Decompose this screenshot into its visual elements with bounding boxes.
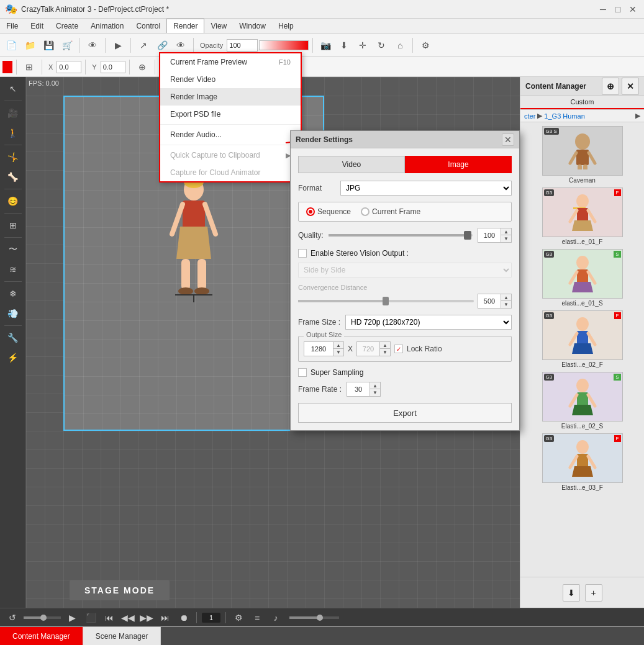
tab-content-manager[interactable]: Content Manager: [0, 627, 83, 645]
list-item[interactable]: G3 S Caveman: [523, 125, 642, 185]
tool-particle[interactable]: ❄: [2, 284, 24, 303]
frame-size-select[interactable]: HD 720p (1280x720) HD 1080p (1920x1080) …: [345, 315, 512, 330]
dialog-close-button[interactable]: ✕: [502, 133, 514, 146]
music-icon[interactable]: ♪: [268, 610, 283, 625]
dialog-tab-video[interactable]: Video: [298, 156, 405, 173]
tool-layer[interactable]: ⊞: [2, 216, 24, 235]
step-fwd[interactable]: ▶▶: [139, 610, 154, 625]
width-up[interactable]: ▲: [333, 342, 343, 349]
width-value[interactable]: 1280: [304, 342, 333, 356]
grid-btn[interactable]: ⊞: [20, 58, 38, 76]
lock-ratio-checkbox[interactable]: [394, 345, 403, 353]
tool-face[interactable]: 😊: [2, 192, 24, 210]
quality-thumb[interactable]: [464, 231, 471, 240]
tool-bone[interactable]: 🦴: [2, 168, 24, 186]
list-item[interactable]: G3 F elasti...e_01_F: [523, 186, 642, 246]
next-key[interactable]: ⏭: [158, 610, 173, 625]
camera-btn[interactable]: 📷: [317, 37, 334, 54]
refresh-btn[interactable]: ↻: [373, 37, 390, 54]
format-select[interactable]: JPG PNG BMP TGA: [340, 181, 512, 196]
tool-wind[interactable]: 💨: [2, 304, 24, 323]
record-btn[interactable]: ⏺: [176, 610, 191, 625]
move-btn[interactable]: ✛: [354, 37, 371, 54]
save-btn[interactable]: 💾: [40, 37, 57, 54]
quality-up[interactable]: ▲: [501, 228, 511, 235]
radio-sequence-btn[interactable]: [306, 207, 315, 216]
tool-fluid[interactable]: ≋: [2, 260, 24, 279]
settings-btn[interactable]: ⚙: [417, 37, 434, 54]
timeline-slider-left[interactable]: [24, 616, 61, 619]
tool-select[interactable]: ↖: [2, 79, 24, 98]
tab-custom[interactable]: Custom: [520, 96, 644, 109]
breadcrumb-cter[interactable]: cter: [524, 112, 535, 120]
play-btn[interactable]: ▶: [65, 610, 79, 625]
height-down[interactable]: ▼: [380, 349, 390, 356]
stereo-checkbox[interactable]: [298, 249, 307, 258]
breadcrumb-menu[interactable]: ▶: [635, 112, 640, 120]
step-back[interactable]: ◀◀: [120, 610, 135, 625]
frame-rate-up[interactable]: ▲: [370, 382, 380, 389]
frame-rate-down[interactable]: ▼: [370, 389, 380, 396]
menu-animation[interactable]: Animation: [84, 19, 130, 33]
content-manager-expand[interactable]: ⊕: [602, 78, 619, 95]
timeline-loop[interactable]: ↺: [5, 610, 20, 625]
timeline-thumb-right[interactable]: [317, 615, 323, 621]
list-icon[interactable]: ≡: [250, 610, 265, 625]
list-item[interactable]: G3 S Elasti...e_02_S: [523, 371, 642, 431]
tab-scene-manager[interactable]: Scene Manager: [83, 627, 161, 645]
opacity-bar[interactable]: [259, 40, 309, 50]
close-button[interactable]: ✕: [627, 3, 639, 16]
render-current-frame[interactable]: Current Frame Preview F10: [160, 53, 301, 71]
open-btn[interactable]: 📁: [21, 37, 39, 54]
list-item[interactable]: G3 F Elasti...e_02_F: [523, 309, 642, 369]
y-input[interactable]: [101, 61, 125, 73]
menu-file[interactable]: File: [0, 19, 24, 33]
x-input[interactable]: [57, 61, 81, 73]
tool-puppet[interactable]: 🤸: [2, 148, 24, 166]
stage-mode-button[interactable]: STAGE MODE: [70, 580, 170, 600]
radio-sequence[interactable]: Sequence: [306, 207, 351, 216]
anchor-btn[interactable]: ⊕: [134, 58, 151, 76]
quality-down[interactable]: ▼: [501, 235, 511, 242]
eye-btn[interactable]: 👁: [84, 37, 101, 54]
maximize-button[interactable]: □: [612, 3, 624, 16]
tool-prop[interactable]: 🔧: [2, 328, 24, 347]
view-btn[interactable]: 👁: [172, 37, 189, 54]
height-value[interactable]: 720: [357, 342, 379, 356]
tool-spring[interactable]: 〜: [2, 240, 24, 259]
menu-render[interactable]: Render: [166, 19, 204, 33]
menu-help[interactable]: Help: [272, 19, 300, 33]
render-video[interactable]: Render Video: [160, 71, 301, 88]
tool-person[interactable]: 🚶: [2, 124, 24, 142]
list-item[interactable]: G3 S elasti...e_01_S: [523, 248, 642, 308]
add-btn[interactable]: +: [585, 584, 602, 602]
down-btn[interactable]: ⬇: [335, 37, 353, 54]
new-btn[interactable]: 📄: [2, 37, 20, 54]
breadcrumb-g3[interactable]: 1_G3 Human: [544, 112, 584, 120]
radio-current-frame-btn[interactable]: [361, 207, 370, 216]
cart-btn[interactable]: 🛒: [58, 37, 76, 54]
dialog-tab-image[interactable]: Image: [405, 156, 512, 173]
export-psd[interactable]: Export PSD file: [160, 106, 301, 123]
render-image[interactable]: Render Image: [160, 88, 301, 106]
height-up[interactable]: ▲: [380, 342, 390, 349]
timeline-thumb-left[interactable]: [40, 615, 47, 621]
export-button[interactable]: Export: [298, 403, 512, 423]
cursor-btn[interactable]: ↗: [135, 37, 152, 54]
play-btn-toolbar[interactable]: ▶: [109, 37, 127, 54]
stop-btn[interactable]: ⬛: [83, 610, 98, 625]
home-btn[interactable]: ⌂: [391, 37, 409, 54]
prev-key[interactable]: ⏮: [102, 610, 117, 625]
opacity-input[interactable]: [227, 39, 258, 52]
tool-extra[interactable]: ⚡: [2, 348, 24, 367]
download-btn[interactable]: ⬇: [563, 584, 580, 602]
menu-control[interactable]: Control: [130, 19, 166, 33]
content-manager-close[interactable]: ✕: [622, 78, 639, 95]
timeline-slider-right[interactable]: [289, 616, 339, 619]
frame-rate-value[interactable]: 30: [347, 382, 370, 396]
tool-camera[interactable]: 🎥: [2, 104, 24, 122]
settings-icon[interactable]: ⚙: [231, 610, 246, 625]
menu-window[interactable]: Window: [233, 19, 272, 33]
render-audio[interactable]: Render Audio...: [160, 126, 301, 143]
list-item[interactable]: G3 F Elasti...e_03_F: [523, 432, 642, 492]
